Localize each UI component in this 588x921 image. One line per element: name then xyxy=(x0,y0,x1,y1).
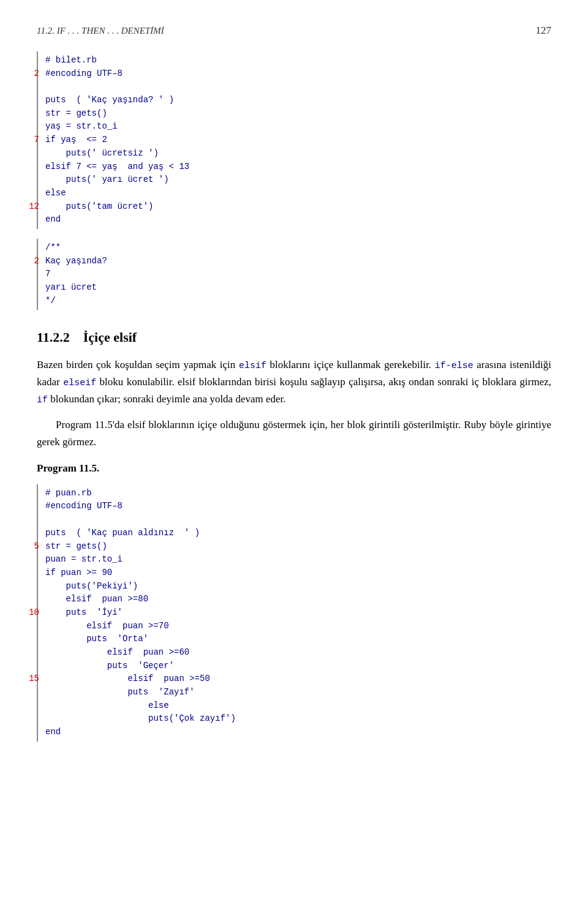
section-title: İçiçe elsif xyxy=(83,329,137,345)
line-number: 10 xyxy=(24,606,39,620)
code-text: end xyxy=(45,213,61,227)
code-text: yaş = str.to_i xyxy=(45,120,118,133)
code-line: else xyxy=(48,699,551,713)
output-line: 2 Kaç yaşında? xyxy=(48,255,551,268)
line-number: 2 xyxy=(24,67,39,81)
header-left: 11.2. IF . . . THEN . . . DENETİMİ xyxy=(37,26,164,36)
code-line: puts('Çok zayıf') xyxy=(48,712,551,726)
code-text: puan = str.to_i xyxy=(45,553,123,566)
paragraph-1: Bazen birden çok koşuldan seçim yapmak i… xyxy=(37,356,551,408)
line-number: 12 xyxy=(24,200,39,214)
code-text: puts ( 'Kaç yaşında? ' ) xyxy=(45,94,174,107)
code-line: # puan.rb xyxy=(48,487,551,500)
code-text: #encoding UTF–8 xyxy=(45,67,123,81)
code-line: 15 elsif puan >=50 xyxy=(48,672,551,686)
code-text: # bilet.rb xyxy=(45,54,97,67)
output-text: */ xyxy=(45,295,56,308)
paragraph-2: Program 11.5'da elsif bloklarının içiçe … xyxy=(37,416,551,449)
code-text: puts 'Zayıf' xyxy=(45,686,195,699)
code-line: puan = str.to_i xyxy=(48,553,551,566)
code-block-2: # puan.rb #encoding UTF–8 puts ( 'Kaç pu… xyxy=(37,484,551,742)
code-line: 5 str = gets() xyxy=(48,540,551,554)
code-line: end xyxy=(48,213,551,227)
inline-code: if xyxy=(37,395,48,405)
code-text xyxy=(45,80,50,94)
code-line: puts(' yarı ücret ') xyxy=(48,173,551,187)
code-line: elsif 7 <= yaş and yaş < 13 xyxy=(48,160,551,174)
code-text: # puan.rb xyxy=(45,487,92,500)
code-text: elsif puan >=50 xyxy=(45,672,210,686)
code-text: elsif puan >=70 xyxy=(45,620,169,633)
code-text: puts('Pekiyi') xyxy=(45,580,138,593)
code-text: puts 'İyi' xyxy=(45,606,123,620)
code-line: puts ( 'Kaç yaşında? ' ) xyxy=(48,94,551,107)
code-text: if puan >= 90 xyxy=(45,566,112,580)
page-number: 127 xyxy=(536,24,552,37)
inline-code: elseif xyxy=(63,378,96,388)
output-text: yarı ücret xyxy=(45,281,97,295)
output-text: 7 xyxy=(45,268,50,281)
code-line: 2 #encoding UTF–8 xyxy=(48,67,551,81)
code-line: 10 puts 'İyi' xyxy=(48,606,551,620)
output-line: */ xyxy=(48,295,551,308)
code-line: puts('Pekiyi') xyxy=(48,580,551,593)
code-line: yaş = str.to_i xyxy=(48,120,551,133)
page-header: 11.2. IF . . . THEN . . . DENETİMİ 127 xyxy=(37,24,551,37)
output-text: /** xyxy=(45,241,61,255)
code-text: end xyxy=(45,726,61,739)
code-text: elsif 7 <= yaş and yaş < 13 xyxy=(45,160,189,174)
code-text: #encoding UTF–8 xyxy=(45,500,123,513)
code-line: elsif puan >=80 xyxy=(48,593,551,606)
code-text: elsif puan >=80 xyxy=(45,593,148,606)
code-line: elsif puan >=60 xyxy=(48,646,551,660)
inline-code: elsif xyxy=(239,361,266,371)
code-line: end xyxy=(48,726,551,739)
line-number: 15 xyxy=(24,672,39,686)
code-text: puts ( 'Kaç puan aldınız ' ) xyxy=(45,527,200,540)
code-line: puts 'Geçer' xyxy=(48,660,551,673)
code-block-1: # bilet.rb 2 #encoding UTF–8 puts ( 'Kaç… xyxy=(37,51,551,229)
code-text: else xyxy=(45,699,169,713)
line-number: 2 xyxy=(24,255,39,268)
line-number: 7 xyxy=(24,133,39,147)
output-block-1: /** 2 Kaç yaşında? 7 yarı ücret */ xyxy=(37,239,551,310)
output-line: 7 xyxy=(48,268,551,281)
code-text: elsif puan >=60 xyxy=(45,646,189,660)
code-line: if puan >= 90 xyxy=(48,566,551,580)
code-text: str = gets() xyxy=(45,107,107,121)
code-line xyxy=(48,80,551,94)
inline-code: if-else xyxy=(435,361,473,371)
code-line: puts 'Orta' xyxy=(48,633,551,646)
program-label: Program 11.5. xyxy=(37,462,551,475)
code-text xyxy=(45,513,50,527)
code-line: else xyxy=(48,187,551,200)
code-text: str = gets() xyxy=(45,540,107,554)
section-number: 11.2.2 xyxy=(37,329,70,345)
code-line: str = gets() xyxy=(48,107,551,121)
code-text: puts(' ücretsiz ') xyxy=(45,147,159,160)
output-text: Kaç yaşında? xyxy=(45,255,107,268)
code-line: puts ( 'Kaç puan aldınız ' ) xyxy=(48,527,551,540)
code-line: # bilet.rb xyxy=(48,54,551,67)
code-text: puts('tam ücret') xyxy=(45,200,153,214)
output-line: yarı ücret xyxy=(48,281,551,295)
section-heading: 11.2.2 İçiçe elsif xyxy=(37,329,551,345)
code-text: puts 'Geçer' xyxy=(45,660,174,673)
code-line: puts 'Zayıf' xyxy=(48,686,551,699)
output-line: /** xyxy=(48,241,551,255)
line-number: 5 xyxy=(24,540,39,554)
code-text: if yaş <= 2 xyxy=(45,133,107,147)
code-line: 12 puts('tam ücret') xyxy=(48,200,551,214)
code-line: elsif puan >=70 xyxy=(48,620,551,633)
code-text: puts('Çok zayıf') xyxy=(45,712,236,726)
code-line: 7 if yaş <= 2 xyxy=(48,133,551,147)
code-line: #encoding UTF–8 xyxy=(48,500,551,513)
code-line xyxy=(48,513,551,527)
code-line: puts(' ücretsiz ') xyxy=(48,147,551,160)
code-text: puts(' yarı ücret ') xyxy=(45,173,169,187)
code-text: else xyxy=(45,187,66,200)
code-text: puts 'Orta' xyxy=(45,633,148,646)
